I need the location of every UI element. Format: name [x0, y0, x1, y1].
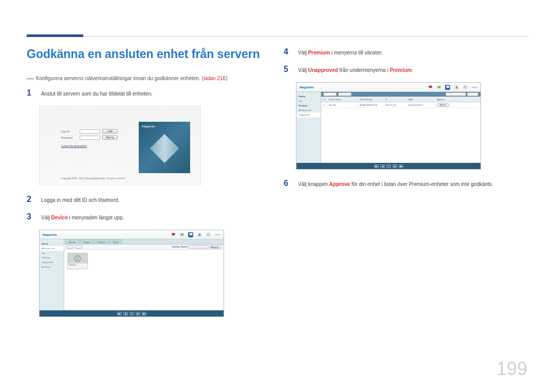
diamond-graphic — [150, 134, 179, 163]
step-1-number: 1 — [27, 88, 34, 98]
search-label: Device Name — [172, 245, 188, 249]
sidebar-premium: Premium — [40, 255, 64, 260]
sidebar-all-device-list: All Device List — [297, 108, 321, 113]
tab-monitor: Monitor — [65, 239, 79, 244]
nav-icon-device — [188, 232, 193, 237]
approve-keyword: Approve — [329, 181, 350, 187]
row-approve: Approve — [435, 102, 480, 107]
sidebar-lite: Lite — [297, 99, 321, 103]
app-user: admin — [215, 233, 220, 236]
pager-last-icon: ⏭ — [399, 164, 403, 168]
screenshot-device-view: MagicInfo admin Device All Device List — [39, 230, 224, 317]
login-userid-input — [80, 129, 100, 134]
sidebar-unapproved-selected: Unapproved — [297, 113, 321, 117]
svg-rect-2 — [189, 233, 192, 235]
nav-icon-user — [454, 85, 459, 90]
pager-first-icon: ⏮ — [374, 164, 379, 168]
step-3: 3 Välj Device i menyraden längst upp. — [27, 212, 267, 221]
th-checkbox: ☐ — [321, 97, 327, 102]
step-2-text: Logga in med ditt ID och lösenord. — [41, 195, 119, 204]
row-group: ALBERTINOPOLIS — [358, 102, 384, 107]
pager-page: 1 — [130, 312, 134, 315]
sidebar-all-device-list: All Device List — [40, 246, 64, 251]
sidebar-device-header: Device — [40, 241, 64, 246]
step-6: 6 Välj knappen Approve för din enhet i l… — [284, 179, 524, 188]
svg-point-3 — [199, 233, 200, 235]
header-accent-bar — [27, 34, 83, 37]
approve-row-button: Approve — [437, 103, 449, 107]
pager-page: 1 — [386, 164, 391, 168]
th-device-group: Device Group — [358, 97, 384, 102]
tab-display: Display — [80, 239, 94, 244]
screenshot-unapproved-view: MagicInfo admin Device Lite Premium — [296, 82, 481, 170]
search-input — [446, 92, 466, 96]
step-5-text: Välj Unapproved från undermenyerna i Pre… — [298, 65, 413, 74]
step-1-text: Anslut till servern som du har tilldelat… — [41, 88, 153, 98]
toolbar-delete-button — [338, 92, 351, 96]
login-userid-label: User ID — [61, 130, 78, 133]
step-2: 2 Logga in med ditt ID och lösenord. — [27, 195, 267, 204]
pager-next-icon: ▶ — [136, 312, 140, 315]
svg-rect-11 — [455, 87, 457, 88]
note-dash: ― — [27, 76, 34, 81]
header-rule — [27, 36, 528, 36]
bottom-bar: ⏮ ◀ 1 ▶ ⏭ — [40, 310, 224, 316]
app-user: admin — [472, 86, 477, 88]
step-4-text: Välj Premium i menyerna till vänster. — [298, 47, 383, 57]
unapproved-keyword: Unapproved — [308, 67, 338, 73]
step-3-number: 3 — [27, 212, 34, 221]
row-checkbox: ☐ — [321, 102, 327, 107]
device-tile: Unknown — [67, 253, 88, 269]
login-button: Login — [102, 129, 118, 134]
search-button: Search — [210, 245, 221, 249]
svg-rect-1 — [180, 233, 183, 235]
search-input — [189, 245, 209, 249]
app-logo: MagicInfo — [300, 86, 314, 89]
login-branding-panel: MagicInfo — [139, 122, 190, 173]
step-6-text: Välj knappen Approve för din enhet i lis… — [298, 179, 493, 188]
device-tile-label: Unknown — [68, 264, 87, 270]
nav-icon-user — [197, 232, 202, 237]
th-device-name: Device Name — [327, 97, 358, 102]
sidebar-unapproved: Unapproved — [40, 260, 64, 265]
toolbar-button — [66, 245, 73, 249]
nav-icon-settings — [462, 85, 468, 90]
tab-setup: Setup — [109, 239, 122, 244]
tab-general: General — [94, 239, 108, 244]
step-3-text: Välj Device i menyraden längst upp. — [41, 212, 124, 221]
device-sidebar: Device All Device List Lite Premium Unap… — [40, 239, 64, 311]
toolbar-button — [75, 245, 82, 249]
pager-next-icon: ▶ — [393, 164, 397, 168]
th-ip: IP — [384, 97, 407, 102]
sidebar-device-header: Device — [297, 94, 321, 99]
svg-point-10 — [456, 86, 457, 87]
svg-rect-4 — [198, 235, 200, 236]
pager-last-icon: ⏭ — [142, 312, 146, 315]
note-suffix: ) — [226, 76, 227, 81]
pager-first-icon: ⏮ — [117, 312, 122, 315]
premium-keyword: Premium — [308, 50, 330, 55]
step-6-number: 6 — [284, 179, 291, 188]
sidebar-bygroup: By Group — [40, 265, 64, 269]
step-5: 5 Välj Unapproved från undermenyerna i P… — [284, 65, 524, 74]
config-note: ― Konfigurera serverns nätverksinställni… — [27, 76, 267, 81]
login-copyright: Copyright 2009 - 2012 SamsungElectronics… — [61, 177, 125, 180]
premium-sidebar: Device Lite Premium All Device List Unap… — [297, 92, 321, 164]
nav-icon-schedule — [179, 232, 184, 237]
svg-point-12 — [464, 86, 466, 88]
step-1: 1 Anslut till servern som du har tilldel… — [27, 88, 267, 98]
nav-icon-settings — [206, 232, 211, 237]
pager-prev-icon: ◀ — [123, 312, 128, 315]
note-link[interactable]: sidan 216 — [203, 76, 226, 81]
svg-rect-0 — [172, 233, 175, 235]
login-password-input — [80, 136, 100, 140]
th-mac: MAC — [407, 97, 435, 102]
row-mac: 00-15-99-5E-F1 — [407, 102, 435, 107]
search-button: Search — [467, 92, 478, 96]
sidebar-premium: Premium — [297, 103, 321, 108]
svg-rect-8 — [437, 86, 440, 88]
row-ip: 200.1.0.115 — [384, 102, 407, 107]
step-4-number: 4 — [284, 47, 291, 57]
magicinfo-logo: MagicInfo — [142, 125, 155, 128]
signup-button: Sign Up — [102, 135, 118, 140]
